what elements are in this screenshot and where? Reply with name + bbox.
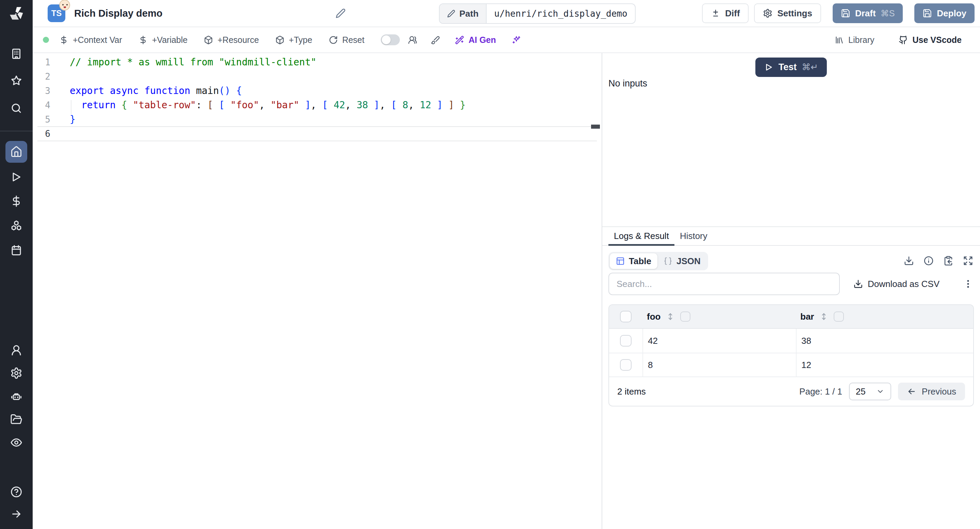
multiplayer-toggle[interactable] [381,34,400,45]
add-resource-button[interactable]: +Resource [204,35,259,45]
code-line-1[interactable]: 1// import * as wmill from "windmill-cli… [33,55,601,69]
deploy-button[interactable]: Deploy [914,3,975,23]
use-vscode-button[interactable]: Use VScode [899,35,962,45]
table-row[interactable]: 8 12 [609,353,973,377]
sparkles-icon[interactable] [512,35,521,45]
header: TS Rich Display demo Path u/henri/rich_d… [33,0,980,27]
line-number: 2 [33,69,50,84]
sidebar [0,0,33,529]
path-chip[interactable]: Path u/henri/rich_display_demo [439,3,636,24]
table-icon [616,257,625,266]
previous-page-button[interactable]: Previous [898,382,965,400]
reset-icon [329,35,338,45]
column-header-foo[interactable]: foo [647,311,660,322]
cell-bar: 38 [796,329,973,353]
download-result-icon[interactable] [904,256,915,266]
sort-bar-icon[interactable] [819,312,828,321]
filter-foo-box[interactable] [680,311,690,322]
sort-foo-icon[interactable] [666,312,675,321]
code-line-5[interactable]: 5} [33,112,601,127]
line-number: 4 [33,98,50,112]
code-line-3[interactable]: 3export async function main() { [33,84,601,98]
table-row[interactable]: 42 38 [609,329,973,353]
sidebar-expand-button[interactable] [5,503,27,525]
language-badge-label: TS [51,8,62,18]
download-icon [853,279,863,289]
sidebar-item-settings[interactable] [5,362,27,384]
test-shortcut: ⌘↵ [802,62,818,73]
sidebar-item-search[interactable] [5,97,27,119]
filter-bar-box[interactable] [834,311,844,322]
code-line-text: // import * as wmill from "windmill-clie… [50,55,317,69]
editor-toolbar: +Context Var +Variable +Resource +Type R… [33,27,980,53]
view-toggle-json[interactable]: JSON [657,253,707,269]
add-variable-button[interactable]: +Variable [138,35,188,45]
tab-history[interactable]: History [675,227,713,245]
code-line-2[interactable]: 2 [33,69,601,84]
sidebar-item-runs[interactable] [5,166,27,188]
sidebar-item-resources[interactable] [5,215,27,237]
line-number: 1 [33,55,50,69]
save-icon [923,8,932,18]
dollar-icon [138,35,148,45]
row-checkbox[interactable] [620,359,632,371]
expand-icon[interactable] [963,256,974,266]
sidebar-item-users[interactable] [5,339,27,361]
edit-summary-button[interactable] [336,8,347,20]
sidebar-item-workers[interactable] [5,386,27,408]
settings-button[interactable]: Settings [754,3,821,23]
view-toggle-table[interactable]: Table [610,253,657,269]
download-csv-button[interactable]: Download as CSV [853,279,940,289]
info-icon[interactable] [924,256,934,266]
ai-gen-button[interactable]: AI Gen [455,35,496,45]
select-all-checkbox[interactable] [620,311,632,322]
code-editor[interactable]: 1// import * as wmill from "windmill-cli… [33,53,601,529]
line-number: 5 [33,112,50,127]
wand-icon [455,35,464,45]
run-panel: Test ⌘↵ No inputs Logs & Result History … [601,53,980,529]
page-size-select[interactable]: 25 [849,382,891,400]
scrollbar-overview-marker[interactable] [591,124,600,129]
sidebar-item-workspace[interactable] [5,43,27,65]
library-button[interactable]: Library [835,35,874,45]
code-line-text: return { "table-row": [ [ "foo", "bar" ]… [50,98,466,112]
app-root: TS Rich Display demo Path u/henri/rich_d… [0,0,980,529]
test-button[interactable]: Test ⌘↵ [756,57,827,77]
result-tabs: Logs & Result History [602,226,980,246]
more-options-kebab-icon[interactable] [962,278,974,290]
table-header-row: foo bar [609,305,973,329]
search-input[interactable] [608,272,840,295]
path-edit-button[interactable]: Path [440,4,487,23]
column-header-bar[interactable]: bar [800,311,814,322]
windmill-logo-icon[interactable] [8,5,25,23]
page-title: Rich Display demo [74,8,162,19]
tab-logs-result[interactable]: Logs & Result [608,227,675,245]
line-number: 3 [33,84,50,98]
diff-button[interactable]: Diff [702,3,749,23]
draft-button[interactable]: Draft ⌘S [833,3,903,23]
sidebar-item-folders[interactable] [5,408,27,430]
workspace-emoji-icon [59,0,70,11]
copy-to-clipboard-icon[interactable] [943,256,954,266]
page-indicator: Page: 1 / 1 [799,386,842,397]
sidebar-item-variables[interactable] [5,190,27,212]
format-code-brush-icon[interactable] [431,35,440,45]
sidebar-item-favorites[interactable] [5,70,27,92]
package-icon [275,35,285,45]
sidebar-item-help[interactable] [5,481,27,503]
row-checkbox[interactable] [620,335,632,347]
code-line-4[interactable]: 4 return { "table-row": [ [ "foo", "bar"… [33,98,601,112]
path-label: Path [460,8,479,19]
sidebar-item-schedules[interactable] [5,239,27,261]
multiplayer-users-icon[interactable] [408,35,417,45]
add-type-button[interactable]: +Type [275,35,312,45]
reset-button[interactable]: Reset [329,35,364,45]
sidebar-item-home[interactable] [5,141,27,163]
add-context-var-button[interactable]: +Context Var [59,35,122,45]
gear-icon [763,8,772,18]
cell-foo: 42 [643,329,796,353]
save-icon [841,8,850,18]
code-line-6[interactable]: 6 [33,127,601,141]
code-lines[interactable]: 1// import * as wmill from "windmill-cli… [33,55,601,141]
sidebar-item-audit-logs[interactable] [5,432,27,453]
